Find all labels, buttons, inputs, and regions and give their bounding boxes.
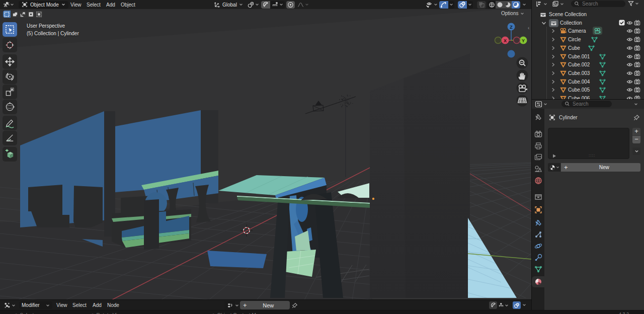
svg-text:X: X [504,38,507,43]
svg-text:Y: Y [522,38,525,43]
svg-text:Z: Z [510,25,513,30]
